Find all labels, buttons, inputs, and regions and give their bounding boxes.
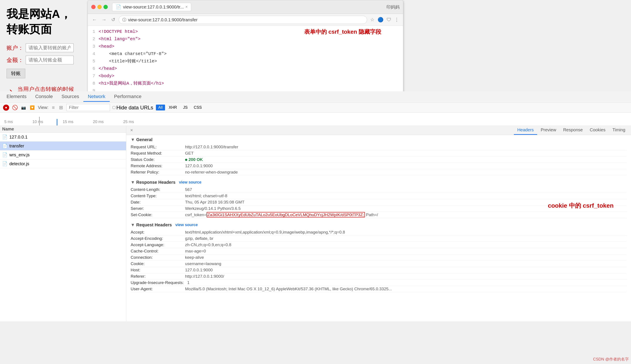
close-traffic-light[interactable] (91, 5, 96, 9)
network-list-item[interactable]: 📄detector.js (0, 160, 126, 168)
extension-icon[interactable]: 🔵 (377, 16, 384, 23)
hide-data-urls-label[interactable]: Hide data URLs (113, 104, 153, 111)
section-header[interactable]: ▼ General (131, 137, 627, 142)
detail-row: Referer:http://127.0.0.1:9000/ (131, 273, 627, 280)
section-header[interactable]: ▼ Response Headersview source (131, 180, 627, 185)
network-list-item[interactable]: 📄transfer (0, 142, 126, 150)
csrf-form-annotation: 表单中的 csrf_token 隐藏字段 (304, 28, 381, 36)
detail-row: Accept:text/html,application/xhtml+xml,a… (131, 229, 627, 236)
expand-icon: ▼ (131, 180, 135, 185)
detail-tab-cookies[interactable]: Cookies (586, 126, 609, 135)
detail-row-key: Referer: (131, 274, 185, 279)
network-list-item[interactable]: 📄wrs_env.js (0, 150, 126, 160)
line-number: 8 (88, 80, 99, 87)
timeline-marker (39, 117, 40, 126)
code-line: 5 <title>转账</title> (88, 58, 403, 65)
menu-icon[interactable]: ⋮ (393, 16, 400, 23)
transfer-button[interactable]: 转账 (7, 69, 25, 78)
filter-tag-js[interactable]: JS (181, 104, 190, 110)
line-number: 5 (88, 58, 99, 65)
filter-tag-all[interactable]: All (156, 104, 165, 110)
filter-tag-xhr[interactable]: XHR (166, 104, 179, 110)
detail-row: Request URL:http://127.0.0.1:9000/transf… (131, 144, 627, 150)
detail-row: Accept-Language:zh-CN,zh;q=0.9,en;q=0.8 (131, 242, 627, 248)
watermark: CSDN @作者的名字 (593, 356, 629, 362)
detail-tabs: × HeadersPreviewResponseCookiesTiming (126, 126, 631, 135)
browser-titlebar: 📄 view-source:127.0.0.1:9000/tr... × 印妈妈 (88, 0, 403, 14)
devtools-tab-network[interactable]: Network (83, 92, 110, 102)
code-line: 6</head> (88, 65, 403, 72)
tab-title: view-source:127.0.0.1:9000/tr... (123, 4, 184, 10)
detail-row-key: Accept-Encoding: (131, 236, 185, 241)
refresh-button[interactable]: ↺ (110, 16, 116, 23)
browser-user: 印妈妈 (386, 4, 399, 10)
timeline-area: 5 ms10 ms15 ms20 ms25 ms (0, 113, 631, 126)
filter-input[interactable] (66, 104, 110, 111)
detail-tab-preview[interactable]: Preview (537, 126, 560, 135)
view-source-link[interactable]: view source (179, 180, 201, 184)
line-number: 3 (88, 43, 99, 50)
hide-data-urls-checkbox[interactable] (113, 106, 115, 109)
timeline-label: 10 ms (33, 120, 43, 124)
star-icon[interactable]: ☆ (369, 16, 375, 23)
detail-row-key: Upgrade-Insecure-Requests: (131, 280, 187, 285)
minimize-traffic-light[interactable] (97, 5, 102, 9)
list-view-icon[interactable]: ≡ (51, 104, 56, 111)
grid-view-icon[interactable]: ⊞ (58, 104, 64, 111)
filter-tags: AllXHRJSCSS (156, 104, 204, 110)
money-input[interactable] (26, 56, 74, 64)
filter-button[interactable]: 🔽 (29, 104, 35, 111)
file-icon: 📄 (2, 161, 8, 166)
detail-tab-timing[interactable]: Timing (609, 126, 629, 135)
view-label: View: (38, 105, 49, 110)
timeline-label: 15 ms (63, 120, 73, 124)
network-list-item[interactable]: 📄127.0.0.1 (0, 133, 126, 142)
account-input[interactable] (26, 44, 74, 52)
devtools-tab-sources[interactable]: Sources (57, 92, 83, 102)
response-headers-wrapper: ▼ Response Headersview sourceContent-Len… (126, 178, 631, 220)
devtools-tab-console[interactable]: Console (31, 92, 57, 102)
maximize-traffic-light[interactable] (103, 5, 108, 9)
browser-tab[interactable]: 📄 view-source:127.0.0.1:9000/tr... × (112, 3, 191, 11)
detail-row-value: keep-alive (185, 255, 627, 260)
detail-row-value: gzip, deflate, br (185, 236, 627, 241)
detail-row-value: zh-CN,zh;q=0.9,en;q=0.8 (185, 242, 627, 247)
detail-row: Upgrade-Insecure-Requests:1 (131, 280, 627, 286)
traffic-lights (91, 5, 108, 9)
detail-row-value: csrf_token=Za3t0Gi1SAHXXyEdUbZuTALo2u5Eo… (185, 212, 627, 217)
line-content: <h1>我是网站A，转账页面</h1> (99, 80, 164, 87)
detail-tab-bar: HeadersPreviewResponseCookiesTiming (514, 126, 629, 135)
detail-row: Request Method:GET (131, 150, 627, 156)
line-content: <!DOCTYPE html> (99, 28, 138, 35)
view-source-link[interactable]: view source (175, 223, 198, 227)
tab-close-button[interactable]: × (185, 5, 187, 9)
detail-row-value: 567 (185, 187, 627, 192)
detail-row-key: Server: (131, 206, 185, 211)
devtools-tab-performance[interactable]: Performance (110, 92, 146, 102)
detail-section: ▼ Response Headersview sourceContent-Len… (126, 178, 631, 220)
expand-icon: ▼ (131, 137, 135, 142)
line-number: 2 (88, 36, 99, 42)
filter-tag-css[interactable]: CSS (191, 104, 204, 110)
devtools-tab-elements[interactable]: Elements (2, 92, 31, 102)
file-icon: 📄 (2, 152, 8, 158)
detail-row-value: no-referrer-when-downgrade (185, 170, 627, 174)
line-number: 7 (88, 73, 99, 80)
line-content: <head> (99, 43, 114, 50)
camera-button[interactable]: 📷 (21, 104, 27, 111)
section-title: Response Headers (136, 180, 175, 185)
record-button[interactable]: ● (3, 104, 9, 111)
detail-row-key: Status Code: (131, 157, 185, 162)
back-button[interactable]: ← (91, 16, 98, 23)
detail-row-value: text/html; charset=utf-8 (185, 194, 627, 198)
tab-area: 📄 view-source:127.0.0.1:9000/tr... × (112, 3, 386, 11)
url-bar[interactable]: ⓘ view-source:127.0.0.1:9000/transfer (119, 16, 367, 24)
detail-tab-response[interactable]: Response (560, 126, 586, 135)
shield-icon[interactable]: 🛡 (386, 16, 392, 23)
detail-tab-headers[interactable]: Headers (514, 126, 537, 135)
clear-button[interactable]: 🚫 (12, 104, 18, 111)
detail-close-button[interactable]: × (128, 126, 135, 135)
section-header[interactable]: ▼ Request Headersview source (131, 222, 627, 228)
forward-button[interactable]: → (100, 16, 108, 23)
devtools-content: Name 📄127.0.0.1📄transfer📄wrs_env.js📄dete… (0, 126, 631, 322)
